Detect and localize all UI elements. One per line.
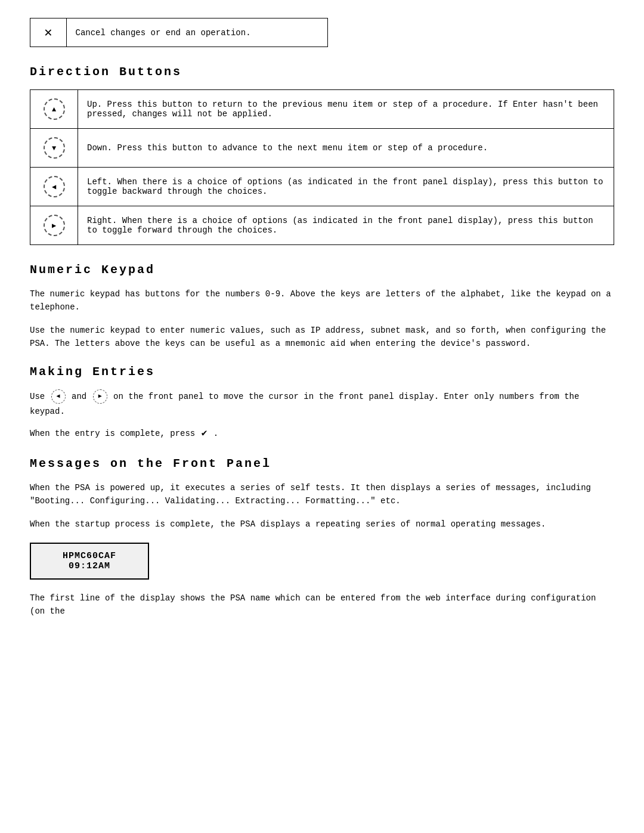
table-row: Left. When there is a choice of options … <box>30 168 614 206</box>
cancel-icon-cell: ✕ <box>30 18 66 47</box>
down-icon-cell <box>30 129 78 168</box>
move-cursor-label: on the front panel to move the cursor in… <box>30 392 579 416</box>
left-description: Left. When there is a choice of options … <box>78 168 614 206</box>
right-arrow-icon <box>44 215 65 236</box>
period-label: . <box>213 429 218 438</box>
cancel-x-icon: ✕ <box>44 26 52 41</box>
left-icon-cell <box>30 168 78 206</box>
display-line2: 09:12AM <box>43 561 136 571</box>
down-arrow-icon <box>44 137 65 159</box>
numeric-keypad-heading: Numeric Keypad <box>30 263 614 277</box>
making-entries-section: Making Entries Use ◀ and ▶ on the front … <box>30 365 614 442</box>
messages-front-panel-section: Messages on the Front Panel When the PSA… <box>30 457 614 618</box>
direction-buttons-table: Up. Press this button to return to the p… <box>30 89 614 245</box>
messages-paragraph3: The first line of the display shows the … <box>30 592 614 618</box>
down-description: Down. Press this button to advance to th… <box>78 129 614 168</box>
display-line1: HPMC60CAF <box>43 551 136 561</box>
table-row: Right. When there is a choice of options… <box>30 206 614 245</box>
left-arrow-icon <box>44 176 65 197</box>
right-cursor-icon: ▶ <box>93 389 107 404</box>
messages-front-panel-heading: Messages on the Front Panel <box>30 457 614 470</box>
making-entries-line1: Use ◀ and ▶ on the front panel to move t… <box>30 389 614 419</box>
making-entries-line2: When the entry is complete, press ✔ . <box>30 425 614 442</box>
cancel-row-table: ✕ Cancel changes or end an operation. <box>30 18 328 47</box>
up-arrow-icon <box>44 98 65 120</box>
direction-buttons-section: Direction Buttons Up. Press this button … <box>30 65 614 245</box>
numeric-keypad-section: Numeric Keypad The numeric keypad has bu… <box>30 263 614 351</box>
numeric-keypad-paragraph1: The numeric keypad has buttons for the n… <box>30 287 614 314</box>
cancel-description: Cancel changes or end an operation. <box>66 18 327 47</box>
right-description: Right. When there is a choice of options… <box>78 206 614 245</box>
table-row: Up. Press this button to return to the p… <box>30 90 614 129</box>
direction-buttons-heading: Direction Buttons <box>30 65 614 79</box>
right-icon-cell <box>30 206 78 245</box>
numeric-keypad-paragraph2: Use the numeric keypad to enter numeric … <box>30 324 614 351</box>
and-label: and <box>72 392 86 401</box>
messages-paragraph2: When the startup process is complete, th… <box>30 518 614 531</box>
making-entries-heading: Making Entries <box>30 365 614 379</box>
checkmark-icon: ✔ <box>202 425 208 442</box>
messages-paragraph1: When the PSA is powered up, it executes … <box>30 481 614 508</box>
use-label: Use <box>30 392 45 401</box>
left-cursor-icon: ◀ <box>51 389 66 404</box>
front-panel-display: HPMC60CAF 09:12AM <box>30 543 149 580</box>
table-row: Down. Press this button to advance to th… <box>30 129 614 168</box>
complete-entry-label: When the entry is complete, press <box>30 429 195 438</box>
up-description: Up. Press this button to return to the p… <box>78 90 614 129</box>
up-icon-cell <box>30 90 78 129</box>
